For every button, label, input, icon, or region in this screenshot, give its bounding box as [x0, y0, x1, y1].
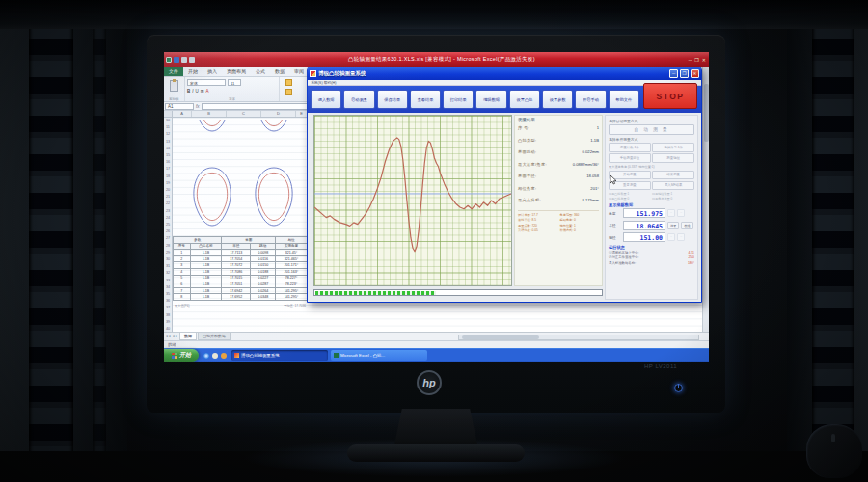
minimize-icon[interactable]: ─	[689, 57, 692, 63]
row-number[interactable]: 22	[164, 201, 172, 207]
row-number[interactable]: 13	[164, 139, 172, 146]
toolbar-button[interactable]: 开启手动	[575, 90, 606, 109]
max-speed-option[interactable]: 最大速度角度 (0.337° 轴向位置:1)	[609, 165, 694, 169]
highlighted-wrap-button[interactable]	[285, 89, 292, 95]
row-number[interactable]: 24	[164, 215, 172, 222]
mouse[interactable]	[806, 424, 862, 478]
toolbar-button[interactable]: 调入数据	[311, 90, 341, 109]
table-row[interactable]: 4 1-1B 17.7086 0.0188 201.163°	[174, 268, 308, 275]
scrollbar-thumb[interactable]	[462, 335, 539, 339]
row-number[interactable]: 27	[164, 235, 172, 242]
row-number[interactable]: 34	[164, 284, 172, 291]
select-all-corner[interactable]	[164, 111, 173, 117]
sheet-tab-active[interactable]: 数据	[179, 333, 197, 340]
highlighted-align-button[interactable]	[285, 79, 292, 86]
italic-button[interactable]: I	[192, 89, 193, 94]
ie-icon[interactable]	[203, 353, 209, 359]
border-button[interactable]: ⊞	[201, 89, 204, 94]
horizontal-scrollbar[interactable]	[458, 335, 699, 340]
toolbar-button[interactable]: 查看结果	[410, 90, 441, 109]
restore-icon[interactable]: ❐	[694, 57, 698, 63]
toolbar-button[interactable]: 设置凸轮	[509, 90, 540, 109]
stop-button[interactable]: STOP	[643, 83, 697, 109]
panel-button[interactable]: 结束测量	[652, 171, 694, 180]
vertical-scrollbar[interactable]	[702, 67, 709, 340]
calibrate-button[interactable]: 校准	[681, 222, 692, 229]
toolbar-button[interactable]: 启动测量	[343, 90, 374, 109]
row-number[interactable]: 16	[164, 159, 172, 166]
panel-button[interactable]: 测量轴径	[652, 153, 694, 163]
taskbar-button-excel[interactable]: Microsoft Excel - 凸轮...	[331, 350, 427, 361]
table-row[interactable]: 7 1-1B 17.6942 0.0264 141.295°	[174, 287, 308, 294]
toolbar-button[interactable]: 编辑数据	[475, 90, 506, 109]
row-number[interactable]: 35	[164, 291, 172, 298]
panel-button[interactable]: 测量计数:1件	[609, 143, 651, 152]
panel-button[interactable]: 重复测量	[609, 181, 651, 191]
table-row[interactable]: 5 1-1B 17.7015 0.0227 78.227°	[174, 275, 308, 281]
readout-button[interactable]: ··	[667, 233, 675, 241]
row-number[interactable]: 39	[164, 319, 172, 326]
power-button-icon[interactable]	[674, 384, 683, 392]
row-number[interactable]: 10	[164, 118, 172, 124]
panel-button[interactable]: 开始测量	[609, 171, 651, 180]
minimize-icon[interactable]: ─	[669, 69, 678, 78]
readout-button[interactable]: ··	[677, 233, 685, 241]
table-row[interactable]: 6 1-1B 17.7051 0.0287 78.223°	[174, 281, 308, 288]
row-number[interactable]: 37	[164, 305, 172, 311]
font-name-select[interactable]: 宋体	[187, 79, 226, 86]
mouse-scroll-wheel[interactable]	[831, 434, 835, 442]
row-number[interactable]: 38	[164, 312, 172, 319]
row-number[interactable]: 26	[164, 228, 172, 235]
panel-button[interactable]: 调入MF结果	[652, 181, 694, 191]
close-icon[interactable]: ✕	[702, 57, 706, 63]
panel-button[interactable]: 选择件号:1件	[652, 143, 694, 152]
close-icon[interactable]: ✕	[691, 69, 699, 78]
column-header[interactable]: B	[192, 111, 227, 117]
show-desktop-icon[interactable]	[212, 353, 218, 359]
column-header[interactable]: D	[261, 111, 296, 117]
scrollbar-thumb[interactable]	[704, 84, 709, 142]
panel-button[interactable]: 手动测量定位	[609, 153, 651, 163]
underline-button[interactable]: U	[196, 89, 199, 94]
ribbon-tab[interactable]: 数据	[270, 67, 289, 76]
readout-button[interactable]: ··	[677, 209, 685, 217]
ribbon-tab[interactable]: 插入	[203, 67, 222, 76]
table-row[interactable]: 3 1-1B 17.7072 0.0150 201.171°	[174, 262, 308, 269]
row-number[interactable]: 31	[164, 263, 172, 270]
maximize-icon[interactable]: ❐	[680, 69, 689, 78]
table-row[interactable]: 2 1-1B 17.7054 0.0116 321.465°	[174, 255, 308, 262]
font-size-select[interactable]: 11	[228, 79, 241, 86]
row-number[interactable]: 21	[164, 194, 172, 201]
row-number[interactable]: 11	[164, 124, 172, 131]
row-number[interactable]: 17	[164, 166, 172, 173]
toolbar-button[interactable]: 保存结果	[377, 90, 408, 109]
toolbar-button[interactable]: 帮助文件	[609, 90, 639, 109]
toolbar-button[interactable]: 打印结果	[443, 90, 474, 109]
start-button[interactable]: 开始	[164, 349, 199, 362]
font-color-button[interactable]: A	[206, 89, 209, 94]
ribbon-tab[interactable]: 开始	[183, 67, 203, 76]
table-row[interactable]: 1 1-1B 17.7113 0.0098 321.45°	[174, 250, 308, 256]
auto-measure-button[interactable]: 自 动 测 量	[609, 124, 694, 135]
row-number[interactable]: 25	[164, 222, 172, 228]
row-number[interactable]: 20	[164, 187, 172, 194]
save-icon[interactable]	[174, 57, 179, 63]
row-number[interactable]: 32	[164, 270, 172, 277]
tab-file[interactable]: 文件	[164, 67, 183, 76]
column-header[interactable]: A	[173, 111, 192, 117]
taskbar-button-app[interactable]: 博锐凸轮轴测量系统	[231, 350, 328, 361]
toolbar-button[interactable]: 设置参数	[542, 90, 573, 109]
row-number[interactable]: 14	[164, 146, 172, 152]
ribbon-tab[interactable]: 公式	[251, 67, 270, 76]
name-box[interactable]: A1	[165, 103, 194, 110]
undo-icon[interactable]	[181, 57, 187, 63]
row-number[interactable]: 30	[164, 256, 172, 263]
zero-button[interactable]: 清零	[667, 222, 679, 229]
sheet-tab[interactable]: 凸轮升程数据	[198, 333, 231, 340]
bold-button[interactable]: B	[187, 89, 190, 94]
row-number[interactable]: 29	[164, 250, 172, 256]
row-number[interactable]: 23	[164, 208, 172, 215]
row-number[interactable]: 36	[164, 298, 172, 305]
sheet-nav-icons[interactable]: ◂◂ ▸▸	[166, 335, 178, 338]
row-number[interactable]: 12	[164, 131, 172, 138]
